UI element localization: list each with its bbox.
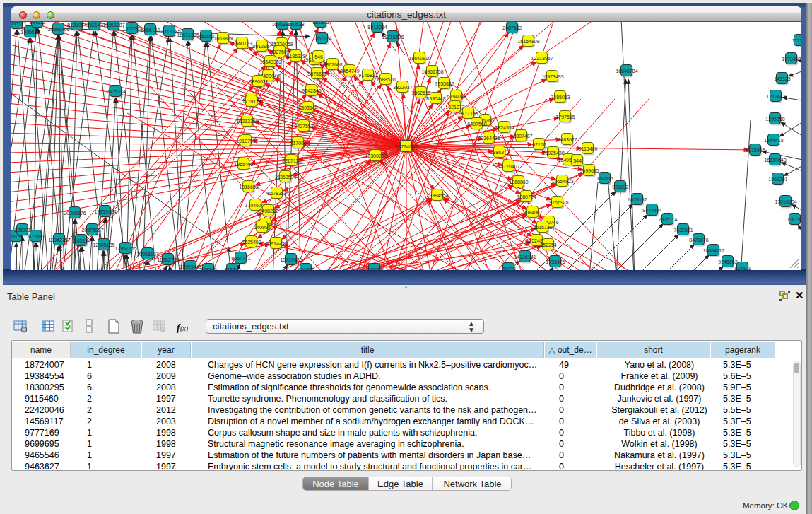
svg-text:19384554: 19384554 [426, 193, 448, 198]
svg-text:881305: 881305 [312, 22, 329, 25]
svg-text:62160: 62160 [532, 142, 546, 147]
svg-text:2867608: 2867608 [323, 62, 342, 67]
svg-text:15720407: 15720407 [498, 164, 519, 169]
svg-text:10025438: 10025438 [542, 151, 564, 156]
svg-text:12213967: 12213967 [531, 56, 553, 61]
svg-text:8813054: 8813054 [367, 25, 387, 30]
svg-text:7632621: 7632621 [673, 228, 693, 233]
svg-text:16782759: 16782759 [157, 257, 179, 262]
svg-text:9242845: 9242845 [302, 88, 321, 93]
svg-text:3824554: 3824554 [495, 125, 514, 130]
svg-text:933892: 933892 [612, 185, 628, 189]
svg-text:12505135: 12505135 [93, 243, 114, 247]
svg-text:8186328: 8186328 [286, 54, 305, 59]
svg-text:20364436: 20364436 [478, 136, 500, 141]
svg-text:717006: 717006 [290, 141, 306, 146]
svg-text:18300295: 18300295 [365, 153, 387, 158]
svg-text:835001: 835001 [14, 228, 30, 233]
svg-text:16671385: 16671385 [177, 33, 199, 37]
svg-text:10958107: 10958107 [136, 252, 158, 257]
svg-text:3822037: 3822037 [393, 85, 412, 90]
svg-text:751552: 751552 [198, 34, 214, 39]
svg-text:2905334: 2905334 [106, 89, 125, 94]
svg-text:1916682: 1916682 [239, 185, 258, 189]
svg-text:1527602: 1527602 [122, 26, 141, 31]
svg-text:979245: 979245 [200, 267, 216, 270]
svg-text:18724007: 18724007 [395, 144, 417, 149]
svg-text:20691406: 20691406 [47, 27, 69, 32]
svg-text:1973498: 1973498 [782, 57, 801, 62]
svg-text:19654923: 19654923 [551, 179, 573, 184]
svg-text:12923445: 12923445 [180, 264, 201, 269]
svg-text:8427552: 8427552 [294, 124, 313, 129]
svg-text:2935114: 2935114 [659, 217, 678, 222]
svg-text:8912954: 8912954 [252, 44, 271, 49]
svg-text:1405572: 1405572 [20, 30, 40, 35]
svg-text:992143: 992143 [86, 23, 102, 28]
svg-text:8660123: 8660123 [233, 41, 252, 46]
svg-text:9657771: 9657771 [231, 256, 250, 261]
svg-text:9146821: 9146821 [358, 73, 377, 78]
svg-text:19756928: 19756928 [546, 200, 568, 205]
svg-text:160538: 160538 [288, 22, 304, 27]
svg-text:17957255: 17957255 [114, 246, 136, 251]
svg-text:7663822: 7663822 [213, 36, 233, 41]
svg-text:8471676: 8471676 [689, 238, 708, 243]
svg-text:1880724: 1880724 [517, 194, 536, 199]
svg-text:9463627: 9463627 [558, 137, 577, 142]
svg-text:16210643: 16210643 [764, 158, 786, 163]
svg-text:12213369: 12213369 [236, 119, 258, 124]
svg-text:924501: 924501 [734, 266, 751, 270]
svg-text:1969291: 1969291 [768, 177, 787, 182]
svg-text:6466160: 6466160 [141, 28, 160, 33]
svg-text:9084067: 9084067 [523, 210, 542, 215]
svg-text:2803144: 2803144 [298, 105, 317, 110]
svg-text:105532: 105532 [366, 267, 382, 270]
svg-text:1615132: 1615132 [533, 225, 552, 230]
svg-text:18640910: 18640910 [408, 56, 430, 61]
svg-text:1145194: 1145194 [72, 238, 91, 243]
svg-text:111254: 111254 [792, 38, 801, 43]
svg-text:1272443: 1272443 [766, 94, 785, 99]
svg-text:3875685: 3875685 [307, 71, 326, 76]
svg-text:924501: 924501 [298, 267, 314, 270]
svg-text:16648784: 16648784 [616, 69, 637, 74]
svg-text:904512: 904512 [29, 22, 45, 25]
svg-text:14136141: 14136141 [514, 255, 536, 259]
svg-text:143323: 143323 [774, 76, 790, 81]
svg-text:1719118: 1719118 [242, 99, 261, 104]
svg-text:20206576: 20206576 [64, 211, 86, 216]
svg-text:7625402: 7625402 [242, 240, 261, 245]
svg-text:10653287: 10653287 [102, 23, 124, 28]
svg-text:9115460: 9115460 [579, 146, 598, 151]
svg-text:9245652: 9245652 [718, 259, 737, 264]
svg-text:9498222: 9498222 [259, 209, 278, 214]
svg-text:8131054: 8131054 [67, 23, 86, 28]
svg-text:16154808: 16154808 [517, 39, 539, 44]
svg-text:20975887: 20975887 [81, 228, 103, 233]
svg-text:9699695: 9699695 [579, 168, 599, 173]
svg-text:12942757: 12942757 [48, 238, 70, 243]
svg-text:1244415: 1244415 [764, 138, 783, 143]
svg-text:252254: 252254 [540, 243, 556, 247]
svg-text:164095: 164095 [596, 176, 613, 181]
svg-text:16543382: 16543382 [259, 59, 281, 64]
svg-text:8215955: 8215955 [746, 148, 765, 153]
svg-text:544: 544 [573, 158, 582, 163]
svg-text:8267130: 8267130 [282, 158, 301, 163]
svg-text:1362615: 1362615 [411, 90, 430, 95]
svg-text:10654112: 10654112 [703, 248, 725, 253]
svg-text:16914479: 16914479 [265, 241, 287, 246]
svg-text:6679197: 6679197 [628, 197, 647, 202]
svg-text:10973493: 10973493 [541, 74, 563, 79]
svg-text:9474444: 9474444 [642, 208, 661, 213]
svg-text:1209358: 1209358 [765, 117, 784, 122]
svg-text:2087682: 2087682 [502, 25, 522, 30]
svg-text:9890621: 9890621 [249, 79, 268, 84]
svg-text:546: 546 [314, 54, 323, 59]
svg-text:8454749: 8454749 [340, 69, 359, 74]
svg-text:1068860: 1068860 [509, 180, 528, 185]
svg-text:140994: 140994 [254, 225, 270, 230]
svg-text:7485063: 7485063 [551, 95, 570, 100]
svg-text:15716485: 15716485 [280, 257, 302, 262]
